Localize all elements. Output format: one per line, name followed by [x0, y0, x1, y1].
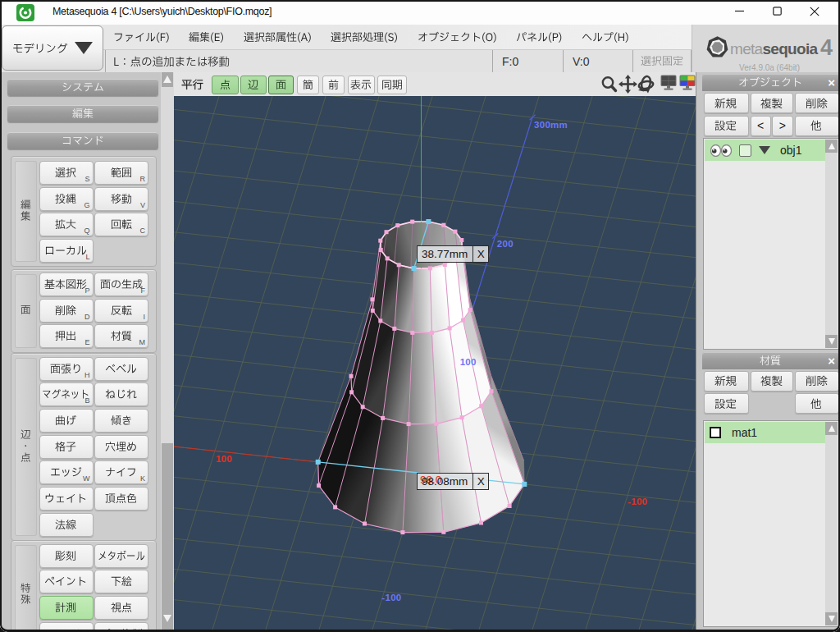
close-panel-icon[interactable]: ×: [828, 354, 835, 368]
panel-button-複製[interactable]: [751, 371, 793, 392]
close-panel-icon[interactable]: ×: [828, 76, 835, 89]
command-button-ローカル[interactable]: L: [39, 239, 94, 263]
command-button-投縄[interactable]: G: [39, 187, 94, 211]
panel-button-他[interactable]: [795, 393, 840, 414]
measure-close-button[interactable]: X: [472, 246, 488, 262]
command-button-ウェイト[interactable]: [39, 487, 94, 511]
command-button-マグネット[interactable]: B: [39, 382, 94, 406]
panel-button-設定[interactable]: [704, 393, 749, 414]
command-button-選択[interactable]: S: [39, 161, 94, 185]
object-panel-scrollbar[interactable]: [825, 140, 838, 348]
scroll-down-button[interactable]: [825, 612, 838, 625]
command-button-エッジ[interactable]: W: [39, 460, 94, 484]
panel-button-新規[interactable]: [704, 93, 749, 113]
scroll-up-button[interactable]: [825, 422, 838, 435]
command-button-彫刻[interactable]: [39, 544, 94, 568]
vp-button-簡[interactable]: [297, 76, 319, 94]
toggle-点[interactable]: [212, 76, 239, 94]
command-button-メタボール[interactable]: [94, 544, 148, 568]
command-button-計測[interactable]: [39, 596, 94, 620]
sidebar-scrollbar[interactable]: [161, 72, 174, 630]
command-button-法線[interactable]: [39, 513, 94, 537]
menu-item-5[interactable]: [516, 25, 564, 49]
scroll-down-icon[interactable]: [163, 615, 171, 622]
material-panel-list[interactable]: mat1: [703, 420, 839, 627]
command-button-押出[interactable]: E: [39, 324, 94, 348]
scroll-down-button[interactable]: [825, 335, 838, 348]
panel-button-削除[interactable]: [795, 371, 840, 392]
command-button-ねじれ[interactable]: [94, 382, 148, 406]
command-button-頂点色[interactable]: [94, 487, 148, 511]
pan-icon[interactable]: [619, 75, 637, 94]
command-button-基本図形[interactable]: P: [39, 272, 94, 296]
object-panel-list[interactable]: obj1: [703, 138, 839, 350]
single-view-icon[interactable]: [660, 75, 677, 90]
material-swatch[interactable]: [710, 427, 721, 438]
menu-item-4[interactable]: [418, 25, 498, 49]
material-panel-scrollbar[interactable]: [825, 422, 838, 625]
command-button-削除[interactable]: D: [39, 299, 94, 323]
menu-item-1[interactable]: [189, 25, 226, 49]
command-button-反転[interactable]: I: [94, 299, 148, 323]
viewport-3d-canvas[interactable]: 98.098.08mmX38.77mmX -100100200300mm100-…: [174, 96, 696, 630]
command-button-アーマチャ[interactable]: [39, 622, 94, 630]
minimize-button[interactable]: [720, 0, 758, 25]
lock-checkbox[interactable]: [739, 144, 751, 157]
command-button-ナイフ[interactable]: K: [94, 460, 148, 484]
toggle-辺[interactable]: [240, 76, 267, 94]
panel-button-削除[interactable]: [795, 93, 840, 113]
sidebar-header-1[interactable]: [7, 105, 158, 122]
vp-button-同期[interactable]: [377, 76, 407, 94]
object-panel-header[interactable]: ×: [702, 74, 839, 91]
command-button-ベベル[interactable]: [94, 357, 148, 381]
panel-button-複製[interactable]: [751, 93, 793, 113]
measure-close-button[interactable]: X: [472, 474, 488, 489]
visibility-eyes-icon[interactable]: [710, 144, 732, 157]
command-button-視点[interactable]: [94, 596, 148, 620]
command-button-格子[interactable]: [39, 435, 94, 459]
material-panel-header[interactable]: ×: [702, 352, 839, 369]
panel-button-他[interactable]: [795, 116, 840, 136]
command-button-面の生成[interactable]: F: [94, 272, 148, 296]
menu-item-3[interactable]: [331, 25, 399, 49]
command-button-範囲[interactable]: R: [94, 161, 148, 185]
command-button-面張り[interactable]: H: [39, 357, 94, 381]
command-button-拡大[interactable]: Q: [39, 213, 94, 236]
prev-button[interactable]: <: [751, 116, 771, 136]
next-button[interactable]: >: [772, 116, 793, 136]
command-button-回転[interactable]: C: [94, 213, 148, 236]
command-button-傾き[interactable]: [94, 409, 148, 433]
list-item-mat1[interactable]: mat1: [705, 422, 827, 443]
command-button-パス複製[interactable]: [94, 622, 148, 630]
menu-item-6[interactable]: [582, 25, 630, 49]
sidebar-header-0[interactable]: [7, 79, 158, 96]
expand-triangle-icon[interactable]: [759, 146, 770, 154]
command-button-移動[interactable]: V: [94, 187, 148, 211]
scrollbar-thumb[interactable]: [162, 443, 173, 630]
zoom-icon[interactable]: [600, 75, 619, 94]
command-button-曲げ[interactable]: [39, 409, 94, 433]
panel-button-新規[interactable]: [704, 371, 749, 392]
shortcut-key: R: [140, 175, 146, 183]
scroll-up-button[interactable]: [162, 72, 173, 87]
mode-selector-button[interactable]: [2, 25, 103, 71]
maximize-button[interactable]: [758, 0, 796, 25]
panel-button-設定[interactable]: [704, 116, 749, 136]
vp-button-前[interactable]: [322, 76, 345, 94]
menu-item-0[interactable]: [113, 25, 171, 49]
close-button[interactable]: [796, 0, 833, 25]
toggle-面[interactable]: [268, 76, 294, 94]
command-button-穴埋め[interactable]: [94, 435, 148, 459]
selection-lock-cell[interactable]: [633, 50, 692, 72]
list-item-obj1[interactable]: obj1: [705, 140, 827, 161]
vp-button-表示[interactable]: [348, 76, 375, 94]
rotate-icon[interactable]: [637, 75, 655, 94]
sidebar-header-2[interactable]: [7, 132, 158, 149]
command-button-ペイント[interactable]: [39, 570, 94, 593]
command-button-材質[interactable]: M: [94, 324, 148, 348]
menu-item-2[interactable]: [244, 25, 313, 49]
projection-mode-label[interactable]: [181, 77, 204, 92]
quad-view-icon[interactable]: [679, 75, 696, 90]
command-button-下絵[interactable]: [94, 570, 148, 593]
scroll-up-button[interactable]: [825, 140, 838, 153]
